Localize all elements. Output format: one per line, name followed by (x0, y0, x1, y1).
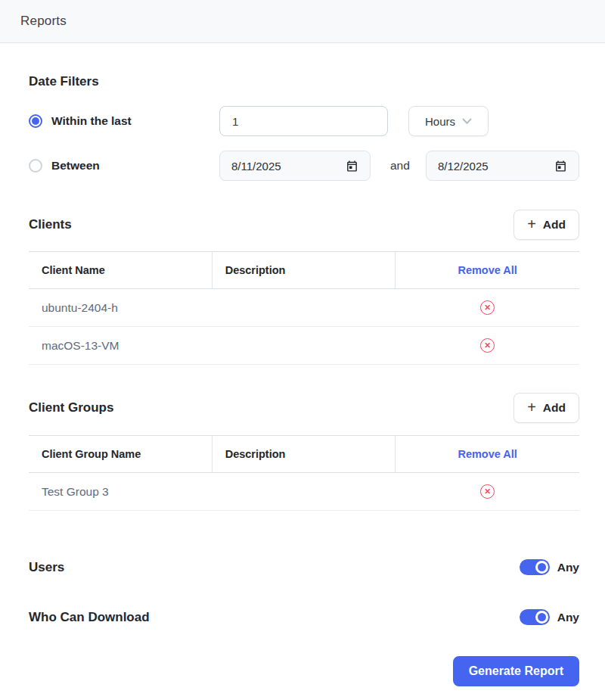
column-header-client-name: Client Name (29, 252, 213, 288)
time-unit-value: Hours (425, 115, 455, 128)
start-date-input[interactable]: 8/11/2025 (219, 151, 371, 181)
plus-icon: + (527, 400, 536, 415)
generate-report-button[interactable]: Generate Report (453, 656, 579, 686)
remove-all-client-groups-link[interactable]: Remove All (396, 436, 579, 472)
end-date-value: 8/12/2025 (438, 160, 489, 173)
date-filters-heading: Date Filters (29, 74, 579, 89)
within-last-radio-group[interactable]: Within the last (29, 114, 219, 128)
who-can-download-toggle-state: Any (557, 611, 579, 624)
chevron-down-icon (462, 118, 472, 125)
client-groups-table: Client Group Name Description Remove All… (29, 435, 579, 511)
page-header: Reports (0, 0, 605, 43)
toggle-knob (535, 611, 548, 624)
remove-client-icon[interactable]: ✕ (480, 300, 495, 315)
clients-table-header: Client Name Description Remove All (29, 251, 579, 289)
who-can-download-row: Who Can Download Any (29, 609, 579, 625)
client-group-row: Test Group 3 ✕ (29, 473, 579, 511)
users-label: Users (29, 560, 64, 575)
between-row: Between 8/11/2025 and 8/12/2025 (29, 151, 579, 181)
client-groups-table-header: Client Group Name Description Remove All (29, 435, 579, 473)
start-date-value: 8/11/2025 (231, 160, 281, 173)
clients-table: Client Name Description Remove All ubunt… (29, 251, 579, 365)
who-can-download-toggle[interactable] (520, 609, 550, 625)
within-last-label: Within the last (51, 114, 132, 128)
client-description (213, 327, 396, 364)
between-radio[interactable] (29, 159, 42, 173)
client-name: ubuntu-2404-h (29, 289, 213, 326)
column-header-description: Description (213, 252, 396, 288)
within-last-value-input[interactable] (219, 106, 388, 136)
clients-section: Clients + Add Client Name Description Re… (29, 210, 579, 365)
column-header-client-group-name: Client Group Name (29, 436, 213, 472)
date-filters-section: Date Filters Within the last Hours Betwe… (29, 74, 579, 181)
calendar-icon (554, 160, 567, 173)
report-form: Date Filters Within the last Hours Betwe… (0, 43, 605, 686)
client-groups-section: Client Groups + Add Client Group Name De… (29, 393, 579, 511)
between-label: Between (51, 159, 100, 173)
within-last-row: Within the last Hours (29, 106, 579, 136)
end-date-input[interactable]: 8/12/2025 (426, 151, 579, 181)
client-description (213, 289, 396, 326)
clients-heading: Clients (29, 217, 72, 232)
remove-client-group-icon[interactable]: ✕ (480, 484, 495, 499)
users-toggle-state: Any (557, 561, 579, 574)
add-client-group-button[interactable]: + Add (513, 393, 579, 423)
page-title: Reports (20, 14, 67, 29)
client-group-description (213, 473, 396, 510)
client-row: macOS-13-VM ✕ (29, 327, 579, 365)
time-unit-select[interactable]: Hours (408, 106, 489, 136)
within-last-radio[interactable] (29, 114, 42, 128)
between-radio-group[interactable]: Between (29, 159, 219, 173)
column-header-description: Description (213, 436, 396, 472)
calendar-icon (346, 160, 358, 173)
client-groups-heading: Client Groups (29, 400, 113, 415)
remove-client-icon[interactable]: ✕ (480, 338, 495, 353)
client-name: macOS-13-VM (29, 327, 213, 364)
date-range-conjunction: and (390, 159, 410, 173)
add-client-button[interactable]: + Add (513, 210, 579, 240)
client-row: ubuntu-2404-h ✕ (29, 289, 579, 327)
plus-icon: + (527, 216, 536, 232)
users-row: Users Any (29, 559, 579, 575)
toggle-knob (535, 561, 548, 574)
users-toggle[interactable] (520, 559, 550, 575)
who-can-download-label: Who Can Download (29, 610, 150, 625)
client-group-name: Test Group 3 (29, 473, 213, 510)
remove-all-clients-link[interactable]: Remove All (396, 252, 579, 288)
